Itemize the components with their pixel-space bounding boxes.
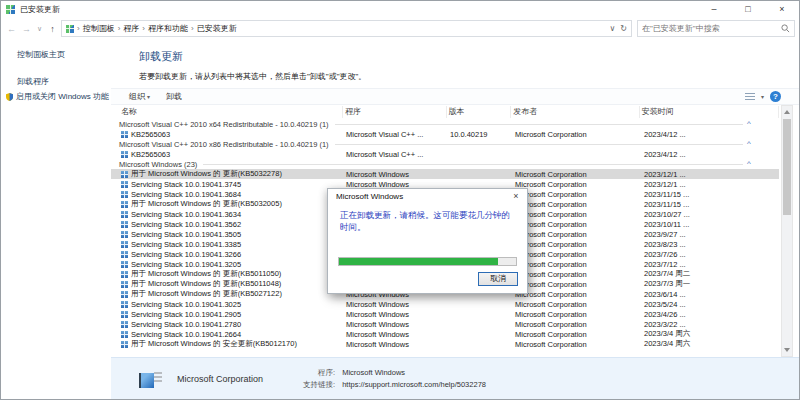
publisher-cell: Microsoft Corporation [513,250,642,259]
dialog-titlebar: Microsoft Windows × [328,189,527,204]
breadcrumb-item[interactable]: 已安装更新 [197,23,237,34]
name-cell: KB2565063 [119,130,344,139]
update-name: Servicing Stack 10.0.19041.3684 [131,190,241,199]
program-cell: Microsoft Windows [344,340,448,349]
publisher-cell: Microsoft Corporation [513,180,642,189]
publisher-cell: Microsoft Corporation [513,200,642,209]
vertical-scrollbar[interactable] [781,105,793,357]
sidebar-item[interactable]: 卸载程序 [1,74,111,89]
column-headers: 名称程序版本发布者安装时间 [111,105,779,119]
name-cell: 用于 Microsoft Windows 的 更新(KB5011050) [119,269,344,279]
minimize-icon[interactable]: – [697,1,731,18]
publisher-cell: Microsoft Corporation [513,300,642,309]
address-bar[interactable]: ›控制面板›程序›程序和功能›已安装更新 ∨ ↻ [61,20,632,37]
organize-button[interactable]: 组织 ▾ [129,91,150,102]
installed-cell: 2023/4/12 ... [642,130,782,139]
scroll-up-icon[interactable] [782,106,792,117]
breadcrumb-item[interactable]: 程序和功能 [148,23,188,34]
publisher-cell: Microsoft Corporation [513,280,642,289]
close-icon[interactable]: × [765,1,799,18]
publisher-cell: Microsoft Corporation [513,230,642,239]
name-cell: Servicing Stack 10.0.19041.3562 [119,220,344,229]
group-label: Microsoft Visual C++ 2010 x86 Redistribu… [119,140,335,149]
publisher-cell: Microsoft Corporation [513,270,642,279]
collapse-icon[interactable]: ^ [747,161,759,167]
table-row[interactable]: 用于 Microsoft Windows 的 安全更新(KB5012170)Mi… [111,339,779,349]
program-cell: Microsoft Windows [344,170,448,179]
update-icon [121,331,128,338]
details-support-label: 支持链接: [303,380,335,390]
table-row[interactable]: 用于 Microsoft Windows 的 更新(KB5032278)Micr… [111,169,779,179]
scrollbar-thumb[interactable] [783,119,791,215]
update-icon [121,301,128,308]
installed-cell: 2023/12/1 ... [642,170,782,179]
crumb-separator-icon: › [77,24,80,33]
sidebar-item[interactable]: 控制面板主页 [1,47,111,62]
page-title: 卸载更新 [139,49,799,64]
help-icon[interactable]: ? [770,91,781,102]
crumb-separator-icon: › [142,24,145,33]
table-row[interactable]: Servicing Stack 10.0.19041.3025Microsoft… [111,299,779,309]
installed-cell: 2023/5/24 ... [642,300,782,309]
collapse-icon[interactable]: ^ [747,121,759,127]
up-icon[interactable]: ↑ [46,24,59,34]
breadcrumb-item[interactable]: 控制面板 [83,23,115,34]
name-cell: 用于 Microsoft Windows 的 更新(KB5032005) [119,199,344,209]
change-view-icon[interactable] [745,93,755,101]
collapse-icon[interactable]: ^ [747,141,759,147]
maximize-icon[interactable]: □ [731,1,765,18]
group-row: Microsoft Windows (23)^ [111,159,759,169]
sidebar-item[interactable]: 启用或关闭 Windows 功能 [1,89,111,104]
history-dropdown-icon[interactable]: ∨ [35,25,44,33]
name-cell: Servicing Stack 10.0.19041.3266 [119,250,344,259]
installed-cell: 2023/12/1 ... [642,180,782,189]
column-header[interactable]: 版本 [447,106,512,118]
name-cell: 用于 Microsoft Windows 的 更新(KB5011048) [119,279,344,289]
forward-icon[interactable]: → [20,24,33,34]
uninstall-button[interactable]: 卸载 [166,91,182,102]
update-name: Servicing Stack 10.0.19041.2780 [131,320,241,329]
name-cell: Servicing Stack 10.0.19041.2780 [119,320,344,329]
selected-update-icon [139,369,163,389]
publisher-cell: Microsoft Corporation [513,190,642,199]
details-publisher: Microsoft Corporation [177,374,263,384]
name-cell: 用于 Microsoft Windows 的 更新(KB5027122) [119,289,344,299]
column-header[interactable]: 安装时间 [640,106,779,118]
update-icon [121,321,128,328]
table-row[interactable]: KB2565063Microsoft Visual C++ ...10.0.40… [111,129,779,139]
dialog-close-icon[interactable]: × [505,189,527,204]
publisher-cell: Microsoft Corporation [513,330,642,339]
titlebar: 已安装更新 – □ × [1,1,799,18]
column-header[interactable]: 程序 [343,106,447,118]
column-header[interactable]: 发布者 [511,106,639,118]
update-name: 用于 Microsoft Windows 的 更新(KB5011050) [131,269,281,279]
name-cell: Servicing Stack 10.0.19041.2664 [119,330,344,339]
search-box[interactable] [637,20,795,37]
update-icon [121,291,128,298]
table-row[interactable]: KB2565063Microsoft Visual C++ ...2023/4/… [111,149,779,159]
group-row: Microsoft Visual C++ 2010 x86 Redistribu… [111,139,759,149]
cancel-button[interactable]: 取消 [478,272,518,286]
installed-cell: 2023/8/23 ... [642,240,782,249]
scroll-down-icon[interactable] [782,345,792,356]
installed-cell: 2023/6/14 ... [642,290,782,299]
progress-bar-fill [339,258,498,265]
sidebar-item-label: 启用或关闭 Windows 功能 [16,91,109,102]
table-row[interactable]: Servicing Stack 10.0.19041.2664Microsoft… [111,329,779,339]
address-dropdown-icon[interactable]: ∨ [609,24,615,33]
view-dropdown-icon[interactable]: ▾ [761,93,764,100]
table-row[interactable]: Servicing Stack 10.0.19041.2905Microsoft… [111,309,779,319]
uninstall-progress-dialog: Microsoft Windows × 正在卸载更新，请稍候。这可能要花几分钟的… [327,188,528,294]
installed-cell: 2023/7/26 ... [642,250,782,259]
refresh-icon[interactable]: ↻ [620,24,627,33]
update-name: 用于 Microsoft Windows 的 更新(KB5032005) [131,199,282,209]
publisher-cell: Microsoft Corporation [513,290,642,299]
breadcrumb-item[interactable]: 程序 [123,23,139,34]
table-row[interactable]: Servicing Stack 10.0.19041.2780Microsoft… [111,319,779,329]
crumb-separator-icon: › [118,24,121,33]
search-input[interactable] [642,24,781,33]
back-icon[interactable]: ← [5,24,18,34]
column-header[interactable]: 名称 [119,106,343,118]
name-cell: Servicing Stack 10.0.19041.3505 [119,230,344,239]
update-icon [121,231,128,238]
